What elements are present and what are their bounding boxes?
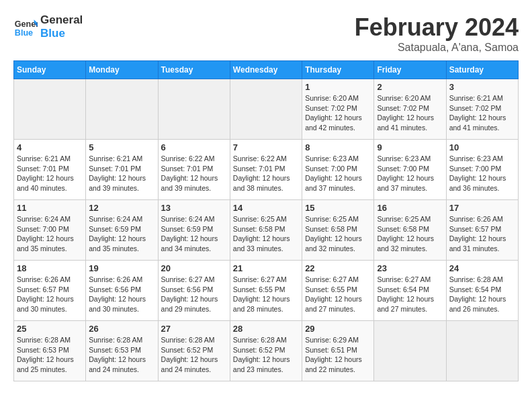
calendar-cell: 2Sunrise: 6:20 AM Sunset: 7:02 PM Daylig…: [374, 79, 446, 140]
day-info: Sunrise: 6:20 AM Sunset: 7:02 PM Dayligh…: [305, 93, 371, 133]
day-info: Sunrise: 6:28 AM Sunset: 6:54 PM Dayligh…: [449, 275, 515, 314]
day-info: Sunrise: 6:22 AM Sunset: 7:01 PM Dayligh…: [233, 154, 299, 193]
logo-icon: General Blue: [13, 15, 38, 39]
week-row-4: 18Sunrise: 6:26 AM Sunset: 6:57 PM Dayli…: [14, 261, 519, 321]
weekday-header-friday: Friday: [374, 61, 446, 79]
calendar-cell: 29Sunrise: 6:29 AM Sunset: 6:51 PM Dayli…: [302, 321, 374, 381]
day-info: Sunrise: 6:28 AM Sunset: 6:52 PM Dayligh…: [161, 335, 227, 375]
weekday-header-thursday: Thursday: [302, 61, 374, 79]
day-number: 27: [161, 324, 227, 334]
day-number: 19: [89, 263, 154, 273]
calendar-cell: 12Sunrise: 6:24 AM Sunset: 6:59 PM Dayli…: [86, 200, 158, 261]
day-number: 5: [89, 142, 154, 152]
week-row-1: 1Sunrise: 6:20 AM Sunset: 7:02 PM Daylig…: [14, 79, 519, 140]
calendar-cell: 27Sunrise: 6:28 AM Sunset: 6:52 PM Dayli…: [158, 321, 230, 381]
day-number: 28: [233, 324, 299, 334]
calendar-cell: 22Sunrise: 6:27 AM Sunset: 6:55 PM Dayli…: [302, 261, 374, 321]
day-number: 4: [17, 142, 83, 152]
day-info: Sunrise: 6:25 AM Sunset: 6:58 PM Dayligh…: [305, 214, 371, 254]
day-info: Sunrise: 6:26 AM Sunset: 6:57 PM Dayligh…: [449, 214, 515, 254]
day-number: 20: [161, 263, 227, 273]
calendar-cell: 9Sunrise: 6:23 AM Sunset: 7:00 PM Daylig…: [374, 140, 446, 200]
month-title: February 2024: [355, 13, 519, 42]
calendar-cell: 4Sunrise: 6:21 AM Sunset: 7:01 PM Daylig…: [14, 140, 86, 200]
calendar-table: SundayMondayTuesdayWednesdayThursdayFrid…: [13, 60, 519, 381]
weekday-header-tuesday: Tuesday: [158, 61, 230, 79]
day-number: 17: [449, 203, 515, 213]
day-info: Sunrise: 6:25 AM Sunset: 6:58 PM Dayligh…: [233, 214, 299, 254]
week-row-5: 25Sunrise: 6:28 AM Sunset: 6:53 PM Dayli…: [14, 321, 519, 381]
calendar-cell: 11Sunrise: 6:24 AM Sunset: 7:00 PM Dayli…: [14, 200, 86, 261]
day-info: Sunrise: 6:22 AM Sunset: 7:01 PM Dayligh…: [161, 154, 227, 193]
day-info: Sunrise: 6:28 AM Sunset: 6:52 PM Dayligh…: [233, 335, 299, 375]
day-number: 1: [305, 82, 371, 92]
calendar-cell: 8Sunrise: 6:23 AM Sunset: 7:00 PM Daylig…: [302, 140, 374, 200]
day-info: Sunrise: 6:21 AM Sunset: 7:01 PM Dayligh…: [17, 154, 83, 193]
day-number: 7: [233, 142, 299, 152]
day-info: Sunrise: 6:24 AM Sunset: 6:59 PM Dayligh…: [161, 214, 227, 254]
day-number: 3: [449, 82, 515, 92]
calendar-cell: 26Sunrise: 6:28 AM Sunset: 6:53 PM Dayli…: [86, 321, 158, 381]
day-info: Sunrise: 6:27 AM Sunset: 6:56 PM Dayligh…: [161, 275, 227, 314]
weekday-header-monday: Monday: [86, 61, 158, 79]
day-info: Sunrise: 6:26 AM Sunset: 6:56 PM Dayligh…: [89, 275, 154, 314]
day-number: 24: [449, 263, 515, 273]
day-info: Sunrise: 6:27 AM Sunset: 6:55 PM Dayligh…: [305, 275, 371, 314]
calendar-cell: [14, 79, 86, 140]
weekday-header-saturday: Saturday: [446, 61, 518, 79]
calendar-cell: [446, 321, 518, 381]
calendar-cell: [230, 79, 302, 140]
day-number: 16: [377, 203, 443, 213]
day-number: 9: [377, 142, 443, 152]
location: Satapuala, A'ana, Samoa: [355, 42, 519, 54]
day-info: Sunrise: 6:26 AM Sunset: 6:57 PM Dayligh…: [17, 275, 83, 314]
day-number: 21: [233, 263, 299, 273]
week-row-3: 11Sunrise: 6:24 AM Sunset: 7:00 PM Dayli…: [14, 200, 519, 261]
day-info: Sunrise: 6:27 AM Sunset: 6:54 PM Dayligh…: [377, 275, 443, 314]
logo-general: General: [40, 13, 83, 27]
calendar-cell: 19Sunrise: 6:26 AM Sunset: 6:56 PM Dayli…: [86, 261, 158, 321]
svg-text:Blue: Blue: [15, 28, 33, 37]
calendar-cell: 14Sunrise: 6:25 AM Sunset: 6:58 PM Dayli…: [230, 200, 302, 261]
day-info: Sunrise: 6:21 AM Sunset: 7:01 PM Dayligh…: [89, 154, 154, 193]
calendar-cell: 5Sunrise: 6:21 AM Sunset: 7:01 PM Daylig…: [86, 140, 158, 200]
logo: General Blue General Blue: [13, 13, 83, 40]
calendar-cell: 18Sunrise: 6:26 AM Sunset: 6:57 PM Dayli…: [14, 261, 86, 321]
calendar-cell: 25Sunrise: 6:28 AM Sunset: 6:53 PM Dayli…: [14, 321, 86, 381]
calendar-cell: 21Sunrise: 6:27 AM Sunset: 6:55 PM Dayli…: [230, 261, 302, 321]
calendar-cell: 3Sunrise: 6:21 AM Sunset: 7:02 PM Daylig…: [446, 79, 518, 140]
calendar-cell: 13Sunrise: 6:24 AM Sunset: 6:59 PM Dayli…: [158, 200, 230, 261]
calendar-cell: 10Sunrise: 6:23 AM Sunset: 7:00 PM Dayli…: [446, 140, 518, 200]
day-number: 11: [17, 203, 83, 213]
day-number: 14: [233, 203, 299, 213]
day-number: 29: [305, 324, 371, 334]
calendar-cell: 23Sunrise: 6:27 AM Sunset: 6:54 PM Dayli…: [374, 261, 446, 321]
day-info: Sunrise: 6:27 AM Sunset: 6:55 PM Dayligh…: [233, 275, 299, 314]
weekday-header-wednesday: Wednesday: [230, 61, 302, 79]
weekday-header-sunday: Sunday: [14, 61, 86, 79]
day-info: Sunrise: 6:23 AM Sunset: 7:00 PM Dayligh…: [305, 154, 371, 193]
title-block: February 2024 Satapuala, A'ana, Samoa: [355, 13, 519, 54]
day-info: Sunrise: 6:24 AM Sunset: 7:00 PM Dayligh…: [17, 214, 83, 254]
week-row-2: 4Sunrise: 6:21 AM Sunset: 7:01 PM Daylig…: [14, 140, 519, 200]
day-number: 23: [377, 263, 443, 273]
day-number: 2: [377, 82, 443, 92]
calendar-cell: 1Sunrise: 6:20 AM Sunset: 7:02 PM Daylig…: [302, 79, 374, 140]
day-number: 15: [305, 203, 371, 213]
calendar-cell: 6Sunrise: 6:22 AM Sunset: 7:01 PM Daylig…: [158, 140, 230, 200]
calendar-cell: 16Sunrise: 6:25 AM Sunset: 6:58 PM Dayli…: [374, 200, 446, 261]
calendar-cell: [374, 321, 446, 381]
day-info: Sunrise: 6:21 AM Sunset: 7:02 PM Dayligh…: [449, 93, 515, 133]
logo-blue: Blue: [40, 27, 83, 40]
calendar-cell: 28Sunrise: 6:28 AM Sunset: 6:52 PM Dayli…: [230, 321, 302, 381]
day-info: Sunrise: 6:23 AM Sunset: 7:00 PM Dayligh…: [449, 154, 515, 193]
day-number: 22: [305, 263, 371, 273]
calendar-cell: [158, 79, 230, 140]
day-number: 18: [17, 263, 83, 273]
day-info: Sunrise: 6:28 AM Sunset: 6:53 PM Dayligh…: [89, 335, 154, 375]
calendar-cell: 17Sunrise: 6:26 AM Sunset: 6:57 PM Dayli…: [446, 200, 518, 261]
day-info: Sunrise: 6:20 AM Sunset: 7:02 PM Dayligh…: [377, 93, 443, 133]
day-number: 8: [305, 142, 371, 152]
weekday-header-row: SundayMondayTuesdayWednesdayThursdayFrid…: [14, 61, 519, 79]
day-info: Sunrise: 6:23 AM Sunset: 7:00 PM Dayligh…: [377, 154, 443, 193]
